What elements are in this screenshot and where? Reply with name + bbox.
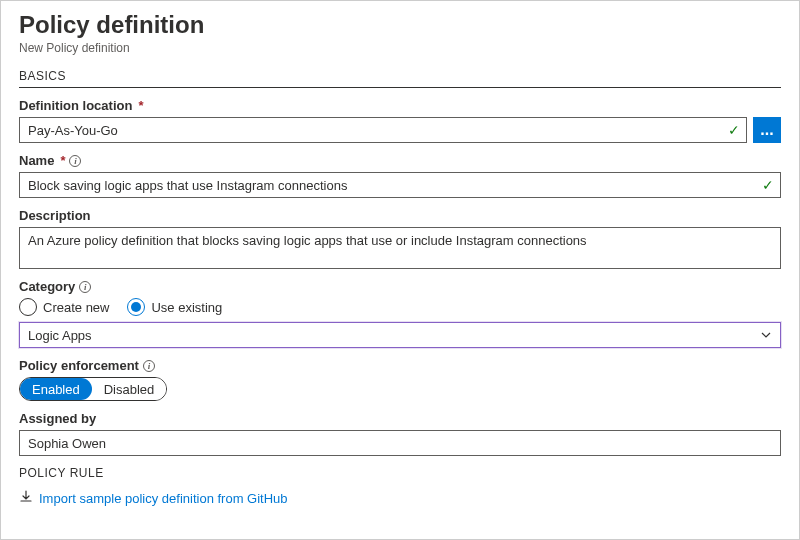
assigned-by-label: Assigned by	[19, 411, 781, 426]
description-value: An Azure policy definition that blocks s…	[28, 233, 587, 248]
description-label: Description	[19, 208, 781, 223]
toggle-enabled[interactable]: Enabled	[20, 378, 92, 400]
download-icon	[19, 490, 33, 507]
field-description: Description An Azure policy definition t…	[19, 208, 781, 269]
info-icon[interactable]: i	[79, 281, 91, 293]
category-radio-group: Create new Use existing	[19, 298, 781, 316]
policy-enforcement-toggle[interactable]: Enabled Disabled	[19, 377, 167, 401]
radio-dot-icon	[131, 302, 141, 312]
radio-circle-icon	[127, 298, 145, 316]
assigned-by-label-text: Assigned by	[19, 411, 96, 426]
page-subtitle: New Policy definition	[19, 41, 781, 55]
check-icon: ✓	[762, 177, 774, 193]
policy-definition-blade: Policy definition New Policy definition …	[0, 0, 800, 540]
chevron-down-icon	[760, 329, 772, 341]
browse-location-button[interactable]: ...	[753, 117, 781, 143]
category-value: Logic Apps	[28, 328, 92, 343]
definition-location-label-text: Definition location	[19, 98, 132, 113]
name-label: Name * i	[19, 153, 781, 168]
name-label-text: Name	[19, 153, 54, 168]
definition-location-label: Definition location *	[19, 98, 781, 113]
definition-location-value: Pay-As-You-Go	[28, 123, 118, 138]
policy-enforcement-label: Policy enforcement i	[19, 358, 781, 373]
page-title: Policy definition	[19, 11, 781, 39]
radio-create-new[interactable]: Create new	[19, 298, 109, 316]
field-name: Name * i Block saving logic apps that us…	[19, 153, 781, 198]
category-label-text: Category	[19, 279, 75, 294]
description-label-text: Description	[19, 208, 91, 223]
radio-create-new-label: Create new	[43, 300, 109, 315]
import-link-text: Import sample policy definition from Git…	[39, 491, 288, 506]
info-icon[interactable]: i	[143, 360, 155, 372]
field-category: Category i Create new Use existing Logic…	[19, 279, 781, 348]
section-policy-rule: POLICY RULE	[19, 466, 781, 480]
radio-use-existing[interactable]: Use existing	[127, 298, 222, 316]
info-icon[interactable]: i	[69, 155, 81, 167]
description-textarea[interactable]: An Azure policy definition that blocks s…	[19, 227, 781, 269]
assigned-by-input[interactable]: Sophia Owen	[19, 430, 781, 456]
name-input[interactable]: Block saving logic apps that use Instagr…	[19, 172, 781, 198]
definition-location-input[interactable]: Pay-As-You-Go ✓	[19, 117, 747, 143]
radio-circle-icon	[19, 298, 37, 316]
import-sample-link[interactable]: Import sample policy definition from Git…	[19, 490, 781, 507]
check-icon: ✓	[728, 122, 740, 138]
field-policy-enforcement: Policy enforcement i Enabled Disabled	[19, 358, 781, 401]
toggle-disabled[interactable]: Disabled	[92, 378, 167, 400]
policy-enforcement-label-text: Policy enforcement	[19, 358, 139, 373]
required-asterisk: *	[138, 98, 143, 113]
section-basics: BASICS	[19, 69, 781, 88]
field-assigned-by: Assigned by Sophia Owen	[19, 411, 781, 456]
required-asterisk: *	[60, 153, 65, 168]
category-select[interactable]: Logic Apps	[19, 322, 781, 348]
field-definition-location: Definition location * Pay-As-You-Go ✓ ..…	[19, 98, 781, 143]
assigned-by-value: Sophia Owen	[28, 436, 106, 451]
radio-use-existing-label: Use existing	[151, 300, 222, 315]
name-value: Block saving logic apps that use Instagr…	[28, 178, 347, 193]
category-label: Category i	[19, 279, 781, 294]
